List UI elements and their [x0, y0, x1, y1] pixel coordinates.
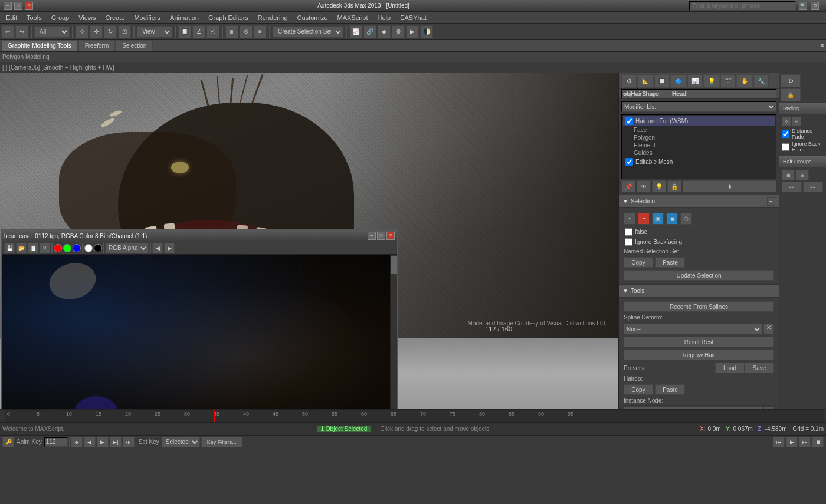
mod-pin-btn[interactable]: 📌: [621, 180, 635, 192]
iv-save-btn[interactable]: 💾: [4, 243, 15, 253]
menu-easyhat[interactable]: EASYhat: [395, 13, 431, 22]
active-shade-btn[interactable]: 🌓: [420, 25, 433, 38]
dist-fade-check[interactable]: [782, 130, 789, 138]
mod-guides[interactable]: Guides: [623, 149, 775, 157]
blue-channel-btn[interactable]: [73, 244, 81, 252]
iv-close-btn[interactable]: ✕: [386, 232, 395, 240]
iv-copy-btn[interactable]: 📋: [28, 243, 38, 253]
mod-em-check[interactable]: [625, 158, 633, 166]
anim-mode-dropdown[interactable]: Selected: [162, 437, 200, 447]
mod-hf-check[interactable]: [625, 117, 633, 125]
mini-stop-btn[interactable]: ⏹: [812, 437, 824, 447]
fr-icon-lock[interactable]: 🔒: [781, 88, 801, 101]
timeline-playhead[interactable]: [214, 410, 215, 422]
rp-icon-6[interactable]: 💡: [704, 74, 719, 87]
mod-lock-btn[interactable]: 🔒: [667, 180, 681, 192]
mod-down-btn[interactable]: ⬇: [683, 180, 776, 192]
mod-editable-mesh[interactable]: Editable Mesh: [623, 157, 775, 167]
select-btn[interactable]: ⊹: [76, 25, 88, 38]
ignore-back-check[interactable]: [782, 143, 789, 151]
menu-maxscript[interactable]: MAXScript: [333, 13, 373, 22]
layer-btn[interactable]: ≡: [254, 25, 267, 38]
rotate-btn[interactable]: ↻: [104, 25, 117, 38]
mod-face[interactable]: Face: [623, 126, 775, 134]
tools-header[interactable]: ▼ Tools: [619, 285, 779, 298]
white-btn[interactable]: [84, 244, 93, 252]
hairdo-copy-btn[interactable]: Copy: [624, 384, 653, 395]
load-btn[interactable]: Load: [715, 363, 745, 373]
rp-icon-4[interactable]: 🔷: [671, 74, 686, 87]
redo-btn[interactable]: ↪: [15, 25, 28, 38]
modifier-list-dropdown[interactable]: Modifier List: [621, 101, 776, 112]
fr-icon-gear[interactable]: ⚙: [781, 74, 801, 87]
menu-help[interactable]: Help: [373, 13, 396, 22]
iv-minimize-btn[interactable]: ─: [368, 232, 376, 240]
iv-maximize-btn[interactable]: □: [377, 232, 385, 240]
spline-deform-dropdown[interactable]: None: [624, 324, 762, 334]
rp-icon-7[interactable]: 🎬: [720, 74, 736, 87]
mini-next-btn[interactable]: ⏭: [799, 437, 811, 447]
minimize-btn[interactable]: ─: [4, 2, 12, 10]
hair-groups-header[interactable]: Hair Groups: [779, 156, 826, 167]
deform-x-btn[interactable]: ✕: [763, 324, 774, 334]
ignore-backfacing-check[interactable]: [625, 238, 632, 246]
by-vertex-check[interactable]: [625, 228, 632, 236]
regrow-btn[interactable]: Regrow Hair: [624, 350, 774, 360]
mini-play-btn[interactable]: ▶: [786, 437, 798, 447]
sel-vertex-icon[interactable]: •: [624, 213, 635, 225]
maximize-btn[interactable]: □: [14, 2, 22, 10]
reset-rest-btn[interactable]: Reset Rest: [624, 337, 774, 347]
recomb-btn[interactable]: Recomb From Splines: [624, 301, 774, 312]
iv-open-btn[interactable]: 📂: [16, 243, 27, 253]
search-btn[interactable]: 🔍: [799, 2, 807, 10]
next-frame-btn[interactable]: ▶|: [110, 437, 122, 447]
red-channel-btn[interactable]: [54, 244, 62, 252]
search-input[interactable]: [689, 1, 795, 11]
menu-views[interactable]: Views: [74, 13, 100, 22]
mod-polygon[interactable]: Polygon: [623, 134, 775, 141]
sty-icon-2[interactable]: ✂: [792, 117, 801, 126]
selection-header[interactable]: ▼ Selection −: [619, 195, 779, 208]
image-viewer[interactable]: bear_cave_0112.tga, RGBA Color 8 Bits/Ch…: [1, 229, 398, 409]
obj-name-input[interactable]: [621, 89, 776, 98]
hg-icon-3[interactable]: ≡≡: [782, 182, 802, 192]
align-btn[interactable]: ⊜: [240, 25, 253, 38]
undo-btn[interactable]: ↩: [1, 25, 14, 38]
rp-icon-1[interactable]: ⚙: [621, 74, 637, 87]
render-setup-btn[interactable]: ⚙: [392, 25, 405, 38]
schematic-btn[interactable]: 🔗: [363, 25, 376, 38]
menu-animation[interactable]: Animation: [165, 13, 204, 22]
prev-frame-btn[interactable]: ◀: [84, 437, 96, 447]
key-mode-btn[interactable]: 🔑: [2, 437, 14, 447]
tab-graphite[interactable]: Graphite Modeling Tools: [1, 41, 78, 51]
close-btn[interactable]: ✕: [25, 2, 33, 10]
ribbon-close[interactable]: ✕: [820, 42, 825, 50]
mini-prev-btn[interactable]: ⏮: [773, 437, 785, 447]
modifier-stack[interactable]: Hair and Fur (WSM) Face Polygon Element …: [621, 114, 776, 179]
filter-dropdown[interactable]: All: [34, 26, 70, 38]
menu-group[interactable]: Group: [47, 13, 74, 22]
sel-polygon-icon[interactable]: ◼: [666, 213, 678, 225]
frame-input[interactable]: [44, 437, 68, 447]
key-filters-btn[interactable]: Key Filters...: [201, 437, 242, 447]
hg-icon-4[interactable]: ≡≡: [803, 182, 823, 192]
settings-btn[interactable]: ⚙: [811, 2, 819, 10]
create-selection-dropdown[interactable]: Create Selection Set: [273, 26, 343, 38]
styling-header[interactable]: Styling: [779, 103, 826, 114]
iv-left-btn[interactable]: ◀: [152, 243, 163, 253]
rp-icon-3[interactable]: 🔲: [654, 74, 670, 87]
material-btn[interactable]: ◆: [378, 25, 391, 38]
channel-select[interactable]: RGB Alpha RGB Alpha: [106, 243, 149, 253]
mod-hair-fur[interactable]: Hair and Fur (WSM): [623, 116, 775, 126]
curve-editor-btn[interactable]: 📈: [349, 25, 362, 38]
menu-modifiers[interactable]: Modifiers: [129, 13, 165, 22]
angle-snap-btn[interactable]: ∠: [192, 25, 205, 38]
render-btn[interactable]: ▶: [406, 25, 419, 38]
copy-sel-btn[interactable]: Copy: [624, 257, 653, 268]
paste-sel-btn[interactable]: Paste: [655, 257, 685, 268]
tab-freeform[interactable]: Freeform: [78, 41, 116, 51]
sel-face-icon[interactable]: ▣: [652, 213, 664, 225]
mod-element[interactable]: Element: [623, 141, 775, 149]
rp-icon-8[interactable]: ✋: [737, 74, 752, 87]
hg-icon-1[interactable]: ⊞: [782, 170, 795, 180]
